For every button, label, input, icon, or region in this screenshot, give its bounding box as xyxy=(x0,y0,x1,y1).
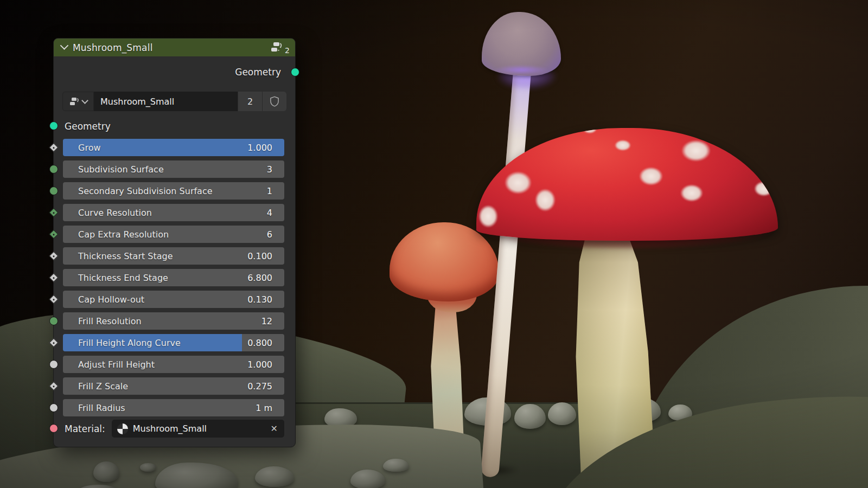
chevron-down-icon xyxy=(81,97,88,104)
integer-socket[interactable] xyxy=(49,165,58,174)
parameter-row[interactable]: Frill Resolution 12 xyxy=(63,312,284,330)
node-title: Mushroom_Small xyxy=(73,42,270,53)
node-tree-icon xyxy=(69,97,80,106)
param-label: Frill Radius xyxy=(78,403,125,413)
parameter-row[interactable]: Grow 1.000 xyxy=(63,139,284,156)
node-group-users-icon: 2 xyxy=(270,42,290,54)
param-label: Frill Resolution xyxy=(78,316,142,326)
parameter-rows: Grow 1.000 Subdivision Surface 3 Seconda… xyxy=(63,139,284,421)
shield-icon xyxy=(270,96,279,107)
geometry-output-socket[interactable] xyxy=(291,68,299,76)
output-row: Geometry xyxy=(54,65,295,79)
param-label: Frill Z Scale xyxy=(78,381,128,391)
material-sphere-icon xyxy=(117,423,128,434)
node-group-users-count: 2 xyxy=(285,47,290,54)
users-count-button[interactable]: 2 xyxy=(238,92,262,111)
material-row: Material: Mushroom_Small ✕ xyxy=(65,420,284,438)
param-label: Cap Hollow-out xyxy=(78,294,144,305)
param-label: Curve Resolution xyxy=(78,208,152,218)
float-socket[interactable] xyxy=(49,403,58,412)
parameter-row[interactable]: Frill Radius 1 m xyxy=(63,399,284,416)
float-socket[interactable] xyxy=(49,360,58,369)
param-value: 12 xyxy=(261,316,272,326)
param-value: 0.800 xyxy=(247,338,272,348)
param-value: 6.800 xyxy=(247,273,272,283)
material-name: Mushroom_Small xyxy=(133,423,265,434)
integer-socket[interactable] xyxy=(49,187,58,195)
node-group-selector: Mushroom_Small 2 xyxy=(62,92,286,111)
geometry-node-mushroom-small[interactable]: Mushroom_Small 2 Geometry xyxy=(53,38,296,447)
param-label: Thickness End Stage xyxy=(78,273,168,283)
material-field[interactable]: Mushroom_Small ✕ xyxy=(112,420,284,438)
parameter-row[interactable]: Secondary Subdivision Surface 1 xyxy=(63,182,284,200)
param-value: 1 xyxy=(267,186,272,196)
parameter-row[interactable]: Thickness End Stage 6.800 xyxy=(63,269,284,286)
param-value: 1 m xyxy=(256,403,272,413)
parameter-row[interactable]: Adjust Frill Height 1.000 xyxy=(63,356,284,373)
parameter-row[interactable]: Thickness Start Stage 0.100 xyxy=(63,247,284,265)
parameter-row[interactable]: Cap Extra Resolution 6 xyxy=(63,226,284,243)
node-header[interactable]: Mushroom_Small 2 xyxy=(54,38,295,56)
parameter-row[interactable]: Curve Resolution 4 xyxy=(63,204,284,221)
browse-node-group-button[interactable] xyxy=(62,92,94,111)
param-label: Grow xyxy=(78,143,101,153)
clear-x-icon[interactable]: ✕ xyxy=(270,423,279,434)
blender-node-editor-screenshot: Mushroom_Small 2 Geometry xyxy=(0,0,868,488)
param-label: Secondary Subdivision Surface xyxy=(78,186,213,196)
param-value: 6 xyxy=(267,229,272,240)
parameter-row[interactable]: Frill Z Scale 0.275 xyxy=(63,377,284,395)
integer-socket[interactable] xyxy=(49,317,58,325)
param-label: Cap Extra Resolution xyxy=(78,229,169,240)
output-socket-label: Geometry xyxy=(235,65,281,79)
parameter-row[interactable]: Frill Height Along Curve 0.800 xyxy=(63,334,284,351)
param-label: Subdivision Surface xyxy=(78,164,164,175)
fake-user-button[interactable] xyxy=(262,92,286,111)
param-label: Adjust Frill Height xyxy=(78,359,155,370)
param-label: Frill Height Along Curve xyxy=(78,338,181,348)
param-value: 1.000 xyxy=(247,143,272,153)
param-value: 1.000 xyxy=(247,359,272,370)
parameter-row[interactable]: Subdivision Surface 3 xyxy=(63,160,284,178)
param-value: 3 xyxy=(267,164,272,175)
param-value: 0.275 xyxy=(247,381,272,391)
material-label: Material: xyxy=(65,423,105,434)
collapse-chevron-icon[interactable] xyxy=(60,41,69,50)
param-value: 4 xyxy=(267,208,272,218)
param-value: 0.100 xyxy=(247,251,272,261)
inputs-group-label: Geometry xyxy=(65,119,111,133)
param-label: Thickness Start Stage xyxy=(78,251,173,261)
parameter-row[interactable]: Cap Hollow-out 0.130 xyxy=(63,291,284,308)
node-group-name-field[interactable]: Mushroom_Small xyxy=(94,92,238,111)
param-value: 0.130 xyxy=(247,294,272,305)
material-input-socket[interactable] xyxy=(49,424,58,433)
geometry-input-socket[interactable] xyxy=(49,121,58,130)
